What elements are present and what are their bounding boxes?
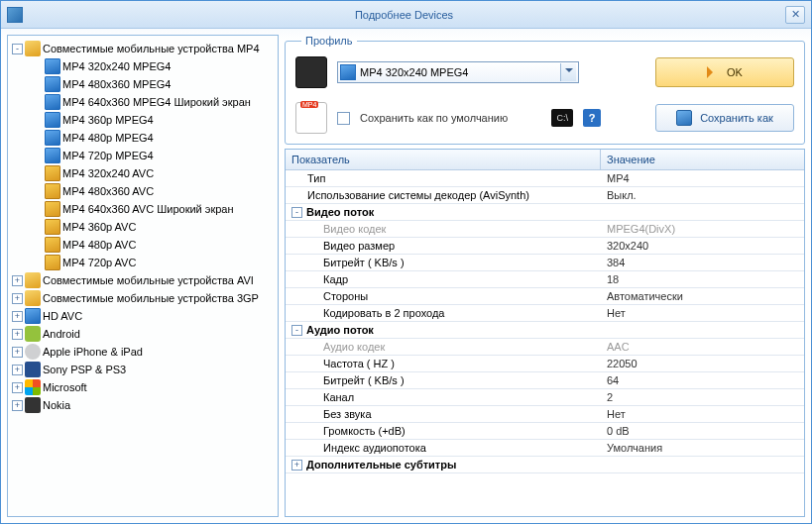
grid-row[interactable]: ТипMP4 bbox=[286, 170, 804, 187]
mp4-icon bbox=[45, 148, 60, 163]
grid-group-row[interactable]: +Дополнительные субтитры bbox=[286, 457, 804, 473]
property-value[interactable] bbox=[601, 322, 804, 338]
property-value[interactable] bbox=[601, 204, 804, 220]
expand-icon[interactable]: + bbox=[12, 347, 23, 358]
header-name[interactable]: Показатель bbox=[286, 150, 601, 169]
tree-item[interactable]: MP4 720p AVC bbox=[10, 254, 276, 271]
grid-group-row[interactable]: -Видео поток bbox=[286, 204, 804, 221]
header-value[interactable]: Значение bbox=[601, 150, 804, 169]
property-value[interactable]: 384 bbox=[601, 255, 804, 270]
expand-icon bbox=[32, 61, 43, 72]
tree-item[interactable]: +Nokia bbox=[10, 396, 276, 414]
tree-item[interactable]: MP4 480p MPEG4 bbox=[10, 129, 276, 147]
property-value[interactable] bbox=[601, 457, 804, 472]
property-value[interactable]: 0 dB bbox=[601, 423, 804, 439]
grid-row[interactable]: Битрейт ( KB/s )384 bbox=[286, 255, 804, 271]
grid-row[interactable]: Канал2 bbox=[286, 389, 804, 406]
grid-row[interactable]: Битрейт ( KB/s )64 bbox=[286, 372, 804, 389]
tree-item[interactable]: MP4 360p AVC bbox=[10, 218, 276, 236]
tree-item[interactable]: +Microsoft bbox=[10, 378, 276, 396]
expand-icon[interactable]: - bbox=[12, 44, 23, 54]
tree-item[interactable]: MP4 320x240 AVC bbox=[10, 164, 276, 182]
expand-icon[interactable]: + bbox=[12, 293, 23, 304]
tree-item[interactable]: MP4 640x360 MPEG4 Широкий экран bbox=[10, 93, 276, 111]
grid-row[interactable]: Индекс аудиопотокаУмолчания bbox=[286, 440, 804, 457]
property-name: -Аудио поток bbox=[286, 322, 601, 338]
grid-row[interactable]: Кодировать в 2 проходаНет bbox=[286, 305, 804, 322]
folder-icon bbox=[25, 272, 41, 288]
property-value[interactable]: Автоматически bbox=[601, 288, 804, 304]
grid-row[interactable]: Громкость (+dB)0 dB bbox=[286, 423, 804, 440]
property-value[interactable]: 2 bbox=[601, 389, 804, 405]
grid-row[interactable]: Без звукаНет bbox=[286, 406, 804, 423]
close-button[interactable]: ✕ bbox=[785, 6, 805, 24]
property-value[interactable]: 18 bbox=[601, 271, 804, 287]
expand-icon[interactable]: + bbox=[12, 382, 23, 393]
grid-row[interactable]: Видео размер320x240 bbox=[286, 238, 804, 255]
grid-body[interactable]: ТипMP4Использование системы декодер (Avi… bbox=[286, 170, 804, 516]
avc-icon bbox=[45, 237, 60, 253]
tree-item-label: MP4 320x240 AVC bbox=[62, 167, 154, 179]
tree-item[interactable]: +Sony PSP & PS3 bbox=[10, 361, 276, 378]
help-icon[interactable]: ? bbox=[583, 109, 601, 127]
save-default-checkbox[interactable] bbox=[337, 112, 350, 125]
tree-item[interactable]: MP4 320x240 MPEG4 bbox=[10, 57, 276, 75]
expand-icon[interactable]: + bbox=[12, 365, 23, 375]
tree-item-label: MP4 640x360 AVC Широкий экран bbox=[62, 203, 234, 215]
property-value[interactable]: Нет bbox=[601, 305, 804, 321]
tree-item[interactable]: +Совместимые мобильные устройства AVI bbox=[10, 271, 276, 289]
expand-icon[interactable]: + bbox=[12, 311, 23, 322]
grid-row[interactable]: Использование системы декодер (AviSynth)… bbox=[286, 187, 804, 204]
tree-item[interactable]: +Совместимые мобильные устройства 3GP bbox=[10, 289, 276, 307]
tree-item[interactable]: MP4 720p MPEG4 bbox=[10, 147, 276, 164]
grid-row[interactable]: Частота ( HZ )22050 bbox=[286, 356, 804, 372]
expand-icon[interactable]: + bbox=[12, 329, 23, 340]
property-value[interactable]: 320x240 bbox=[601, 238, 804, 254]
expand-icon bbox=[32, 168, 43, 179]
tree-item[interactable]: +HD AVC bbox=[10, 307, 276, 325]
save-as-label: Сохранить как bbox=[700, 112, 773, 124]
expand-icon bbox=[32, 97, 43, 108]
property-value[interactable]: AAC bbox=[601, 339, 804, 355]
tree-item[interactable]: -Совместимые мобильные устройства MP4 bbox=[10, 40, 276, 57]
property-value[interactable]: Умолчания bbox=[601, 440, 804, 456]
property-value[interactable]: Выкл. bbox=[601, 187, 804, 203]
expand-icon[interactable]: + bbox=[12, 400, 23, 411]
device-tree[interactable]: -Совместимые мобильные устройства MP4MP4… bbox=[7, 35, 279, 517]
tree-item[interactable]: +Apple iPhone & iPad bbox=[10, 343, 276, 361]
tree-item[interactable]: MP4 640x360 AVC Широкий экран bbox=[10, 200, 276, 218]
tree-item[interactable]: MP4 480x360 AVC bbox=[10, 182, 276, 200]
tree-item[interactable]: MP4 360p MPEG4 bbox=[10, 111, 276, 129]
property-name: Индекс аудиопотока bbox=[286, 440, 601, 456]
grid-group-row[interactable]: -Аудио поток bbox=[286, 322, 804, 339]
grid-row[interactable]: СтороныАвтоматически bbox=[286, 288, 804, 305]
grid-row[interactable]: Кадр18 bbox=[286, 271, 804, 288]
expand-icon bbox=[32, 79, 43, 90]
property-name: Битрейт ( KB/s ) bbox=[286, 255, 601, 270]
tree-item[interactable]: MP4 480x360 MPEG4 bbox=[10, 75, 276, 93]
group-expand-icon[interactable]: + bbox=[291, 460, 302, 471]
group-expand-icon[interactable]: - bbox=[291, 207, 302, 218]
grid-row[interactable]: Аудио кодекAAC bbox=[286, 339, 804, 356]
property-value[interactable]: MP4 bbox=[601, 170, 804, 186]
expand-icon[interactable]: + bbox=[12, 275, 23, 286]
tree-item[interactable]: +Android bbox=[10, 325, 276, 343]
grid-header: Показатель Значение bbox=[286, 150, 804, 170]
window: Подробнее Devices ✕ -Совместимые мобильн… bbox=[0, 0, 812, 524]
chevron-down-icon[interactable] bbox=[560, 63, 576, 81]
save-as-button[interactable]: Сохранить как bbox=[655, 104, 794, 132]
property-value[interactable]: MPEG4(DivX) bbox=[601, 221, 804, 237]
mp4-badge-icon bbox=[295, 102, 327, 134]
tree-item[interactable]: MP4 480p AVC bbox=[10, 236, 276, 254]
property-value[interactable]: 22050 bbox=[601, 356, 804, 371]
profile-select[interactable]: MP4 320x240 MPEG4 bbox=[337, 61, 579, 83]
expand-icon bbox=[32, 115, 43, 126]
cmd-icon[interactable]: C:\ bbox=[551, 109, 573, 127]
property-value[interactable]: Нет bbox=[601, 406, 804, 422]
property-value[interactable]: 64 bbox=[601, 372, 804, 388]
group-expand-icon[interactable]: - bbox=[291, 325, 302, 336]
grid-row[interactable]: Видео кодекMPEG4(DivX) bbox=[286, 221, 804, 238]
titlebar: Подробнее Devices ✕ bbox=[1, 1, 811, 29]
ok-button[interactable]: OK bbox=[655, 57, 794, 87]
content-area: -Совместимые мобильные устройства MP4MP4… bbox=[1, 29, 811, 523]
